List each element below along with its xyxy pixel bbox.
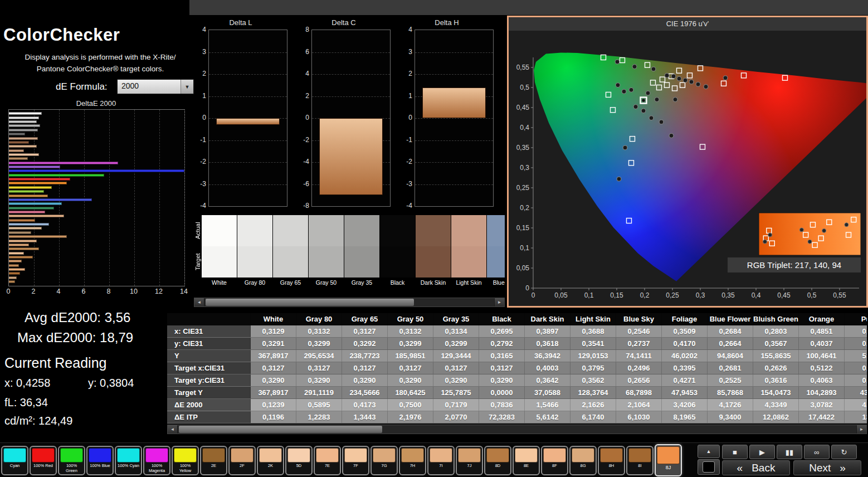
patch-button-100-red[interactable]: 100% Red <box>30 446 57 475</box>
patch-button-8j[interactable]: 8J <box>655 444 682 476</box>
patch-color-swatch <box>231 448 253 463</box>
swatch-scroll-track[interactable] <box>204 298 494 306</box>
patch-button-100-magenta[interactable]: 100% Magenta <box>143 446 170 475</box>
y-tick-label: 2 <box>408 70 412 77</box>
cell: 0,4003 <box>525 362 570 374</box>
patch-button-100-yellow[interactable]: 100% Yellow <box>172 446 199 475</box>
cell: 0,3395 <box>662 362 708 374</box>
patch-button-2k[interactable]: 2K <box>257 446 284 475</box>
loop-button[interactable]: ∞ <box>804 445 830 459</box>
cell: 234,5666 <box>342 387 388 398</box>
cell: 238,7723 <box>342 350 388 362</box>
patch-button-100-cyan[interactable]: 100% Cyan <box>115 446 142 475</box>
cell: 0,3290 <box>251 374 296 386</box>
patch-button-8h[interactable]: 8H <box>598 446 625 475</box>
table-scroll-track[interactable] <box>178 425 856 434</box>
patch-label: 5D <box>287 463 310 469</box>
cell: 0,3292 <box>342 338 388 349</box>
gridline <box>184 110 185 286</box>
patch-color-swatch <box>259 448 282 463</box>
next-button[interactable]: Next » <box>793 460 861 475</box>
deltae-bar <box>9 231 31 234</box>
y-tick-label: 3 <box>202 48 206 56</box>
cell: 0,3562 <box>570 374 616 386</box>
patch-label: 8J <box>657 464 680 470</box>
cell: 0,3567 <box>753 338 799 349</box>
delta-l-chart: Delta L 43210-1-2-3-4 <box>194 18 287 207</box>
table-scroll-thumb[interactable] <box>179 426 382 433</box>
patch-button-8i[interactable]: 8I <box>626 446 654 475</box>
x-tick-label: 6 <box>82 288 86 295</box>
cell: 0,4271 <box>662 374 708 386</box>
measurement-marker <box>683 78 687 82</box>
scroll-right-icon[interactable]: ► <box>494 298 504 306</box>
cell: 0,3127 <box>296 362 342 374</box>
delta-h-plot <box>415 30 494 207</box>
pause-button[interactable]: ▮▮ <box>777 445 802 459</box>
cell: 128,3764 <box>570 387 616 398</box>
patch-button-8d[interactable]: 8D <box>484 446 511 475</box>
target-swatch <box>380 246 415 278</box>
swatch-scroll-thumb[interactable] <box>206 299 414 306</box>
patch-toolbar: Cyan100% Red100% Green100% Blue100% Cyan… <box>0 442 868 477</box>
refresh-button[interactable]: ↻ <box>831 445 857 459</box>
patch-button-8g[interactable]: 8G <box>569 446 597 475</box>
back-button[interactable]: « Back <box>722 460 790 475</box>
cell: 0,3688 <box>570 325 616 337</box>
table-scrollbar[interactable]: ◄ ► <box>167 425 867 434</box>
patch-label: 7E <box>316 463 339 469</box>
deltae-bar <box>9 157 28 160</box>
scroll-right-icon[interactable]: ► <box>856 425 866 434</box>
black-patch-button[interactable] <box>698 459 720 475</box>
patch-button-5d[interactable]: 5D <box>285 446 313 475</box>
deltae-bars <box>9 110 184 286</box>
deltae-2000-chart <box>8 109 185 286</box>
measurement-marker <box>689 80 694 84</box>
row-label: ΔE ITP <box>167 411 251 423</box>
patch-button-100-green[interactable]: 100% Green <box>58 446 85 475</box>
cell: 0,2496 <box>616 362 662 374</box>
patch-button-2f[interactable]: 2F <box>228 446 256 475</box>
patch-button-7e[interactable]: 7E <box>314 446 341 475</box>
actual-swatch <box>309 215 344 246</box>
deltae-bar <box>9 141 29 144</box>
patch-button-2e[interactable]: 2E <box>200 446 227 475</box>
y-tick-label: 3 <box>408 48 412 56</box>
patch-row: Cyan100% Red100% Green100% Blue100% Cyan… <box>1 444 682 476</box>
y-tick-label: 0 <box>202 114 206 121</box>
target-swatch <box>451 246 486 278</box>
chevron-up-icon: ▲ <box>706 449 711 454</box>
cell: 129,0153 <box>570 350 616 362</box>
patch-button-7i[interactable]: 7I <box>427 446 455 475</box>
scroll-left-icon[interactable]: ◄ <box>194 298 204 306</box>
y-tick-label: -2 <box>406 158 412 166</box>
delta-h-title: Delta H <box>400 18 494 30</box>
patch-button-7h[interactable]: 7H <box>399 446 426 475</box>
patch-button-7f[interactable]: 7F <box>342 446 369 475</box>
cell: 0,2695 <box>479 325 525 337</box>
cell: 3,0782 <box>799 399 845 411</box>
cell: 94,8604 <box>708 350 753 362</box>
delta-bar <box>422 87 486 118</box>
measurement-marker <box>623 145 627 150</box>
de-formula-dropdown[interactable]: 2000 ▼ <box>117 79 194 94</box>
y-tick-label: 1 <box>408 92 412 100</box>
scroll-left-icon[interactable]: ◄ <box>168 425 178 434</box>
deltae-x-axis: 02468101214 <box>8 288 184 296</box>
column-header: Gray 50 <box>388 313 433 325</box>
patch-button-7j[interactable]: 7J <box>456 446 483 475</box>
patch-button-8e[interactable]: 8E <box>513 446 540 475</box>
actual-swatch <box>237 215 272 246</box>
deltae-bar <box>9 137 38 140</box>
play-button[interactable]: ▶ <box>749 445 775 459</box>
patch-button-100-blue[interactable]: 100% Blue <box>86 446 114 475</box>
inset-measurement-marker <box>763 240 767 244</box>
scroll-up-button[interactable]: ▲ <box>698 445 720 458</box>
stop-button[interactable]: ■ <box>722 445 748 459</box>
x-tick-label: 14 <box>180 288 188 295</box>
patch-color-swatch <box>32 448 55 463</box>
patch-button-cyan[interactable]: Cyan <box>1 446 28 475</box>
swatch-scrollbar[interactable]: ◄ ► <box>194 298 505 307</box>
patch-button-7g[interactable]: 7G <box>370 446 398 475</box>
patch-button-8f[interactable]: 8F <box>541 446 568 475</box>
